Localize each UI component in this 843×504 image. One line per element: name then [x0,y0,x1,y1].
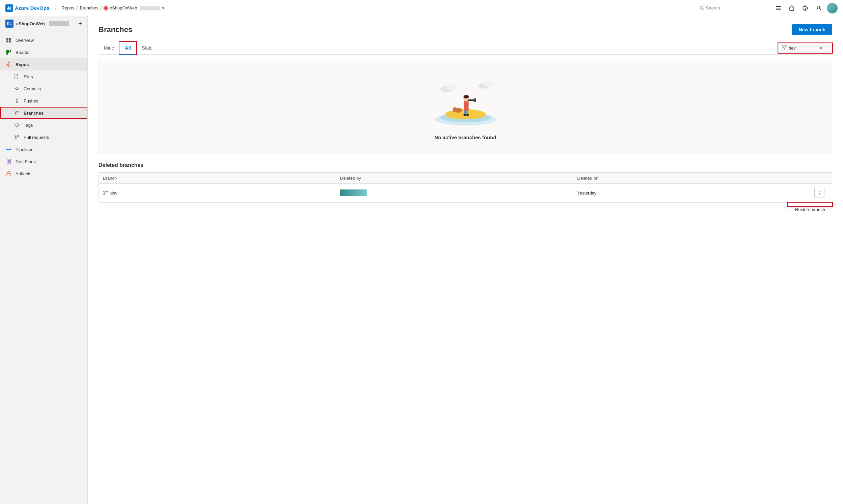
svg-rect-11 [9,38,11,40]
sidebar-item-files[interactable]: Files [0,70,87,83]
branch-cell: dev [103,190,340,196]
svg-point-63 [106,191,108,192]
tabs-bar: Mine All Stale ✕ [99,42,832,55]
sidebar-label-pushes: Pushes [23,98,38,104]
deleted-branches-section: Deleted branches Branch Deleted by Delet… [99,162,832,219]
sidebar-item-artifacts[interactable]: Artifacts [0,167,87,180]
org-name: eShopOnWeb [16,21,45,26]
col-header-deleted-by: Deleted by [340,176,577,181]
svg-rect-14 [6,50,8,55]
svg-rect-6 [790,7,794,11]
search-input[interactable] [706,5,767,11]
svg-point-33 [16,124,16,124]
breadcrumb-repos[interactable]: Repos [62,5,74,11]
sidebar-item-tags[interactable]: Tags [0,119,87,131]
repo-diamond-icon [103,5,109,11]
topbar-right [696,3,838,14]
svg-rect-3 [776,6,780,7]
branch-name-container: dev [103,190,340,196]
repos-icon [5,61,12,68]
breadcrumb-repo[interactable]: eShopOnWeb [110,5,137,11]
svg-point-51 [453,109,455,112]
main-layout: EL eShopOnWeb + Overview Boards [0,16,843,504]
svg-rect-52 [464,101,469,111]
user-avatar[interactable] [827,3,838,14]
sidebar-item-test-plans[interactable]: Test Plans [0,156,87,167]
svg-point-1 [700,6,703,9]
pushes-icon [14,97,20,104]
table-row: dev Yesterday ⋮ [99,184,832,202]
org-avatar: EL [5,20,14,28]
new-branch-button[interactable]: New branch [792,24,832,35]
main-content: Branches New branch Mine All Stale ✕ [88,16,843,504]
commits-icon [14,85,20,92]
sidebar-item-boards[interactable]: Boards [0,46,87,58]
empty-state-message: No active branches found [106,134,825,140]
sidebar-item-branches[interactable]: Branches [0,107,87,119]
svg-point-39 [10,149,12,150]
tab-stale[interactable]: Stale [136,42,158,55]
sidebar-item-repos[interactable]: Repos [0,58,87,70]
filter-input[interactable] [789,46,816,51]
context-menu: Restore branch [788,203,832,206]
svg-point-48 [484,81,493,87]
svg-rect-58 [474,98,476,102]
svg-point-61 [104,191,105,192]
app-name: Azure DevOps [15,5,50,11]
files-icon [14,73,20,80]
artifacts-icon [5,170,12,177]
col-header-deleted-on: Deleted on [577,176,814,181]
user-icon-btn[interactable] [813,3,824,14]
svg-point-59 [463,114,466,116]
redacted-name [140,6,160,11]
breadcrumb-branches[interactable]: Branches [80,5,99,11]
svg-point-46 [447,84,457,91]
list-icon-btn[interactable] [773,3,784,14]
restore-branch-item[interactable]: Restore branch [788,204,832,215]
azure-devops-logo[interactable]: Azure DevOps [5,4,50,12]
breadcrumb-dropdown-icon[interactable]: ▼ [161,6,165,10]
sidebar-label-overview: Overview [16,38,34,43]
page-title: Branches [99,25,132,34]
branch-row-icon [103,190,108,196]
svg-rect-57 [468,100,474,101]
sidebar-label-branches: Branches [23,111,43,115]
sidebar-label-artifacts: Artifacts [16,171,31,176]
svg-point-31 [18,111,19,112]
sidebar-item-pipelines[interactable]: Pipelines [0,143,87,156]
filter-icon [782,45,787,51]
help-icon-btn[interactable] [800,3,811,14]
svg-rect-22 [15,74,18,79]
context-menu-container: Restore branch [99,203,832,219]
filter-clear-button[interactable]: ✕ [819,46,823,51]
svg-point-34 [15,135,16,137]
deleted-section-title: Deleted branches [99,162,832,168]
svg-rect-40 [8,149,10,150]
tab-all[interactable]: All [119,42,136,55]
svg-point-56 [463,95,469,98]
svg-point-8 [805,9,806,10]
row-more-button[interactable]: ⋮ [814,188,824,198]
search-box[interactable] [696,4,770,12]
sidebar-org-header: EL eShopOnWeb + [0,16,87,31]
deleted-by-avatar [340,190,367,196]
svg-rect-41 [7,173,11,176]
actions-cell: ⋮ [814,188,828,198]
shopping-bag-icon-btn[interactable] [786,3,797,14]
sidebar-item-pushes[interactable]: Pushes [0,95,87,107]
tags-icon [14,122,20,128]
sidebar-item-pull-requests[interactable]: Pull requests [0,131,87,143]
svg-point-23 [16,88,18,90]
branches-icon [14,110,20,116]
tab-mine[interactable]: Mine [99,42,119,55]
sidebar-item-commits[interactable]: Commits [0,83,87,95]
test-plans-icon [5,158,12,165]
overview-icon [5,37,12,43]
sidebar-item-overview[interactable]: Overview [0,34,87,46]
svg-point-62 [104,194,105,195]
svg-rect-10 [6,38,8,40]
branch-filter-box[interactable]: ✕ [778,43,832,53]
add-project-button[interactable]: + [78,20,82,27]
svg-point-36 [18,135,19,137]
svg-point-17 [8,62,10,63]
